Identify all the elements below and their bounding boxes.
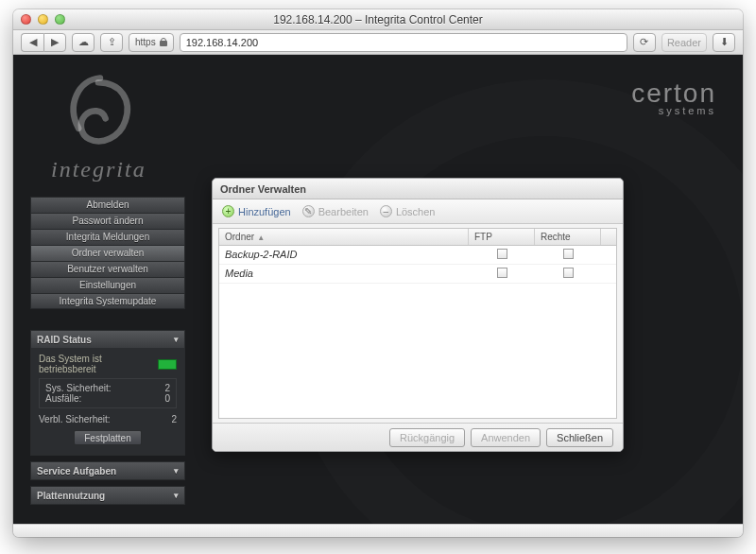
chevron-down-icon: ▾ <box>174 335 179 344</box>
sidebar-item-update[interactable]: Integrita Systemupdate <box>30 293 185 309</box>
add-folder-action[interactable]: + Hinzufügen <box>222 205 291 217</box>
browser-window: 192.168.14.200 – Integrita Control Cente… <box>13 9 743 537</box>
diskuse-panel-title: Plattennutzung <box>37 491 105 501</box>
raid-row-key: Sys. Sicherheit: <box>45 383 111 393</box>
chevron-down-icon: ▾ <box>174 491 179 500</box>
url-text: 192.168.14.200 <box>186 37 258 48</box>
delete-icon: – <box>380 205 392 217</box>
service-panel-header[interactable]: Service Aufgaben ▾ <box>31 462 184 479</box>
delete-folder-action[interactable]: – Löschen <box>380 205 436 217</box>
sidebar-item-folders[interactable]: Ordner verwalten <box>30 245 185 261</box>
raid-remain-key: Verbl. Sicherheit: <box>39 414 111 424</box>
edit-label: Bearbeiten <box>318 206 369 217</box>
table-row[interactable]: Media <box>219 265 616 284</box>
window-zoom-button[interactable] <box>55 14 65 25</box>
delete-label: Löschen <box>396 206 436 217</box>
downloads-button[interactable]: ⬇ <box>713 33 735 52</box>
page-content: integrita certon systems Abmelden Passwo… <box>13 55 743 524</box>
window-titlebar: 192.168.14.200 – Integrita Control Cente… <box>13 9 743 30</box>
raid-remain-val: 2 <box>171 414 177 424</box>
folder-manage-dialog: Ordner Verwalten + Hinzufügen ✎ Bearbeit… <box>212 178 624 452</box>
window-minimize-button[interactable] <box>38 14 48 25</box>
col-folder-header[interactable]: Ordner▲ <box>219 229 469 245</box>
product-name: integrita <box>51 157 146 182</box>
service-panel-title: Service Aufgaben <box>37 466 116 476</box>
sidebar-menu: Abmelden Passwort ändern Integrita Meldu… <box>30 197 185 309</box>
raid-status-panel: RAID Status ▾ Das System ist betriebsber… <box>30 330 185 456</box>
raid-panel-header[interactable]: RAID Status ▾ <box>31 331 184 348</box>
raid-ready-text: Das System ist betriebsbereit <box>39 354 143 374</box>
product-logo: integrita <box>51 69 146 182</box>
add-label: Hinzufügen <box>238 206 291 217</box>
reload-button[interactable]: ⟳ <box>633 33 656 52</box>
sidebar-item-logout[interactable]: Abmelden <box>30 197 185 213</box>
reader-button[interactable]: Reader <box>662 33 707 52</box>
add-icon: + <box>222 205 234 217</box>
dialog-footer: Rückgängig Anwenden Schließen <box>213 423 623 451</box>
window-close-button[interactable] <box>21 14 31 25</box>
col-spacer <box>601 229 616 245</box>
grid-header: Ordner▲ FTP Rechte <box>219 229 616 246</box>
rights-checkbox[interactable] <box>563 268 574 278</box>
col-ftp-header[interactable]: FTP <box>469 229 535 245</box>
https-label: https <box>135 37 156 47</box>
table-row[interactable]: Backup-2-RAID <box>219 246 616 265</box>
ftp-checkbox[interactable] <box>497 249 507 259</box>
diskuse-panel-header[interactable]: Plattennutzung ▾ <box>31 487 184 504</box>
browser-toolbar: ◀ ▶ ☁ ⇪ https 192.168.14.200 ⟳ Reader ⬇ <box>13 30 743 55</box>
raid-row-key: Ausfälle: <box>45 393 81 404</box>
forward-button[interactable]: ▶ <box>43 33 66 52</box>
disk-usage-panel: Plattennutzung ▾ <box>30 486 185 505</box>
apply-button[interactable]: Anwenden <box>471 428 541 447</box>
share-button[interactable]: ⇪ <box>100 33 123 52</box>
logo-icon <box>51 69 146 159</box>
back-button[interactable]: ◀ <box>21 33 43 52</box>
sidebar-item-messages[interactable]: Integrita Meldungen <box>30 229 185 245</box>
chevron-down-icon: ▾ <box>174 466 179 476</box>
service-tasks-panel: Service Aufgaben ▾ <box>30 461 185 480</box>
window-title: 192.168.14.200 – Integrita Control Cente… <box>13 13 743 26</box>
rights-checkbox[interactable] <box>563 249 574 259</box>
sidebar: Abmelden Passwort ändern Integrita Meldu… <box>30 197 185 505</box>
folder-name: Media <box>219 265 469 283</box>
raid-row-val: 0 <box>164 393 170 404</box>
raid-panel-title: RAID Status <box>37 335 92 345</box>
vendor-brand: certon systems <box>631 81 716 116</box>
icloud-tabs-button[interactable]: ☁ <box>72 33 94 52</box>
vendor-subtitle: systems <box>631 105 716 116</box>
horizontal-scrollbar[interactable] <box>13 524 743 537</box>
dialog-title: Ordner Verwalten <box>213 179 623 199</box>
close-button[interactable]: Schließen <box>546 428 613 447</box>
dialog-toolbar: + Hinzufügen ✎ Bearbeiten – Löschen <box>213 199 623 224</box>
edit-folder-action[interactable]: ✎ Bearbeiten <box>302 205 369 217</box>
raid-row-val: 2 <box>164 383 170 393</box>
disks-button[interactable]: Festplatten <box>74 430 142 445</box>
sidebar-item-users[interactable]: Benutzer verwalten <box>30 261 185 277</box>
raid-status-led <box>158 359 177 370</box>
edit-icon: ✎ <box>302 205 315 217</box>
https-badge: https <box>129 33 174 52</box>
address-bar[interactable]: 192.168.14.200 <box>180 33 627 52</box>
vendor-name: certon <box>631 81 716 105</box>
sidebar-item-password[interactable]: Passwort ändern <box>30 213 185 229</box>
folder-grid: Ordner▲ FTP Rechte Backup-2-RAID Media <box>218 228 617 419</box>
ftp-checkbox[interactable] <box>497 268 507 278</box>
col-rights-header[interactable]: Rechte <box>535 229 601 245</box>
folder-name: Backup-2-RAID <box>219 246 469 264</box>
sidebar-item-settings[interactable]: Einstellungen <box>30 277 185 293</box>
sort-asc-icon: ▲ <box>257 234 265 242</box>
lock-icon <box>160 38 167 46</box>
undo-button[interactable]: Rückgängig <box>389 428 465 447</box>
